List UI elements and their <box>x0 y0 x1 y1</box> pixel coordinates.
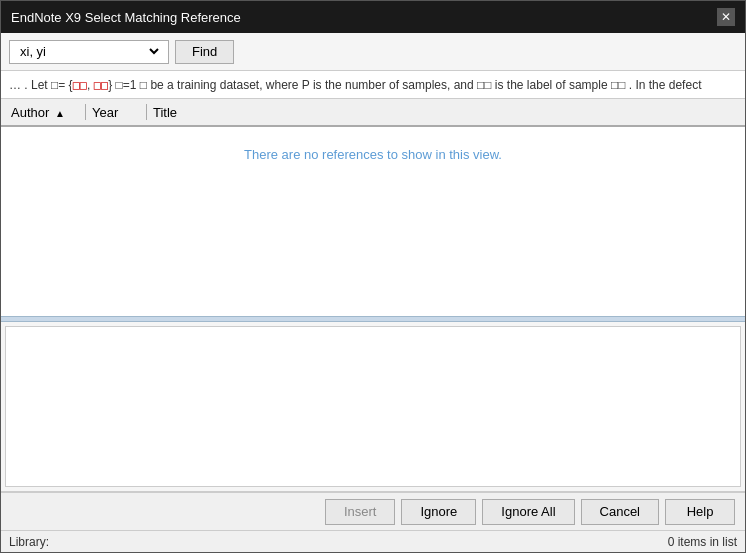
context-suffix: } □=1 □ be a training dataset, where P i… <box>108 78 701 92</box>
context-math-1: □□ <box>73 78 87 92</box>
col-header-author[interactable]: Author ▲ <box>5 101 85 124</box>
bottom-panel <box>1 322 745 492</box>
ignore-all-button[interactable]: Ignore All <box>482 499 574 525</box>
col-author-label: Author <box>11 105 49 120</box>
toolbar: xi, yi Find <box>1 33 745 71</box>
help-button[interactable]: Help <box>665 499 735 525</box>
context-prefix: … . Let □= { <box>9 78 73 92</box>
title-bar: EndNote X9 Select Matching Reference ✕ <box>1 1 745 33</box>
search-select[interactable]: xi, yi <box>16 43 162 60</box>
find-button[interactable]: Find <box>175 40 234 64</box>
main-content: There are no references to show in this … <box>1 127 745 492</box>
sort-indicator-author: ▲ <box>55 108 65 119</box>
context-text-bar: … . Let □= { □□ , □□ } □=1 □ be a traini… <box>1 71 745 99</box>
insert-button[interactable]: Insert <box>325 499 396 525</box>
column-headers: Author ▲ Year Title <box>1 99 745 127</box>
search-combo[interactable]: xi, yi <box>9 40 169 64</box>
reference-list[interactable]: There are no references to show in this … <box>1 127 745 316</box>
ignore-button[interactable]: Ignore <box>401 499 476 525</box>
col-header-title[interactable]: Title <box>147 101 741 124</box>
col-title-label: Title <box>153 105 177 120</box>
context-math-2: □□ <box>94 78 108 92</box>
cancel-button[interactable]: Cancel <box>581 499 659 525</box>
bottom-panel-inner <box>5 326 741 487</box>
close-button[interactable]: ✕ <box>717 8 735 26</box>
button-bar: Insert Ignore Ignore All Cancel Help <box>1 492 745 530</box>
main-window: EndNote X9 Select Matching Reference ✕ x… <box>0 0 746 553</box>
col-year-label: Year <box>92 105 118 120</box>
context-sep-1: , <box>87 78 94 92</box>
window-title: EndNote X9 Select Matching Reference <box>11 10 241 25</box>
status-bar: Library: 0 items in list <box>1 530 745 552</box>
items-count: 0 items in list <box>668 535 737 549</box>
no-references-message: There are no references to show in this … <box>244 147 502 162</box>
col-header-year[interactable]: Year <box>86 101 146 124</box>
library-label: Library: <box>9 535 49 549</box>
